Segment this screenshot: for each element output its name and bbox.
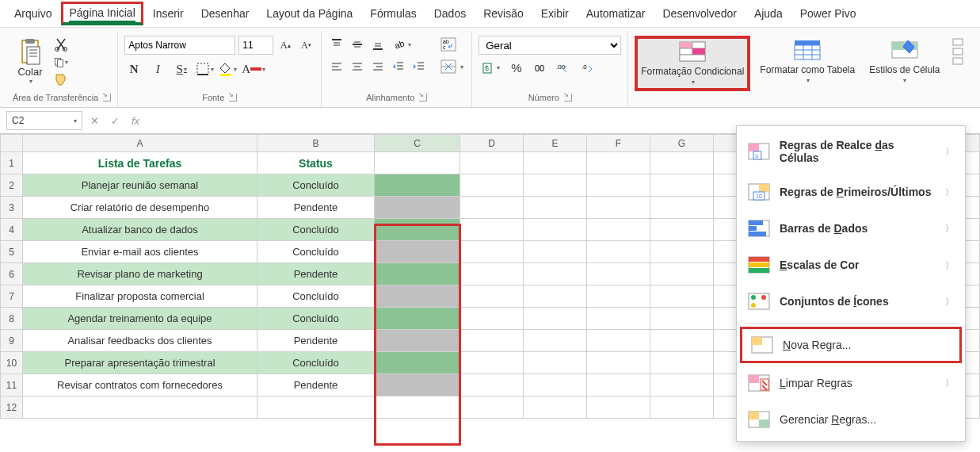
number-format-select[interactable]: Geral [479,36,621,55]
italic-button[interactable]: I [148,59,167,79]
menubar-item-pagina-inicial[interactable]: Página Inicial [61,2,143,25]
menubar-item-dados[interactable]: Dados [426,2,474,25]
row-header-7[interactable]: 7 [1,285,23,308]
cell-c11[interactable] [375,374,460,396]
row-header-10[interactable]: 10 [1,352,23,374]
decrease-font-button[interactable]: A▾ [297,36,315,54]
comma-format-button[interactable]: 000 [530,61,547,75]
row-header-1[interactable]: 1 [1,152,23,174]
cell-a6[interactable]: Revisar plano de marketing [23,263,257,285]
number-dialog-launcher[interactable] [564,94,572,102]
col-header-a[interactable]: A [23,135,257,152]
align-middle-button[interactable] [349,36,366,53]
col-header-g[interactable]: G [650,135,714,152]
clipboard-dialog-launcher[interactable] [103,94,111,102]
cell-b8[interactable]: Concluído [257,308,375,330]
cell-b10[interactable]: Concluído [257,352,375,374]
increase-indent-button[interactable] [410,58,428,75]
align-right-button[interactable] [369,58,387,75]
font-color-button[interactable]: A▾ [242,63,265,76]
wrap-text-button[interactable]: abc [439,36,465,53]
cell-c2[interactable] [375,174,460,197]
bold-button[interactable]: N [124,59,143,79]
menubar-item-exibir[interactable]: Exibir [533,2,577,25]
col-header-e[interactable]: E [524,135,587,152]
menubar-item-powerpivot[interactable]: Power Pivo [792,2,864,25]
border-button[interactable]: ▾ [196,62,214,76]
font-name-select[interactable] [124,36,235,55]
cell-b4[interactable]: Concluído [257,219,375,241]
col-header-c[interactable]: C [375,135,460,152]
cell-b11[interactable]: Pendente [257,374,375,396]
cell-b9[interactable]: Pendente [257,330,375,352]
name-box[interactable]: C2▾ [6,111,82,130]
row-header-9[interactable]: 9 [1,330,23,352]
cell-c5[interactable] [375,241,460,263]
decrease-decimal-button[interactable]: .0 [578,61,598,75]
cell-b1[interactable]: Status [257,152,375,174]
row-header-4[interactable]: 4 [1,219,23,241]
align-top-button[interactable] [328,36,345,53]
copy-button[interactable]: ▾ [54,55,68,69]
cell-a5[interactable]: Enviar e-mail aos clientes [23,241,257,263]
align-center-button[interactable] [349,58,366,75]
decrease-indent-button[interactable] [390,58,407,75]
row-header-2[interactable]: 2 [1,174,23,197]
menu-item-limpar-regras[interactable]: Limpar Regras 〉 [737,365,965,401]
format-as-table-button[interactable]: Formatar como Tabela▾ [755,36,860,88]
row-header-8[interactable]: 8 [1,308,23,330]
row-header-11[interactable]: 11 [1,374,23,396]
menubar-item-desenvolvedor[interactable]: Desenvolvedor [654,2,744,25]
conditional-formatting-button[interactable]: Formatação Condicional▾ [635,36,750,91]
cell-a11[interactable]: Revisar contratos com fornecedores [23,374,257,396]
cell-styles-button[interactable]: Estilos de Célula▾ [864,36,944,88]
enter-formula-button[interactable]: ✓ [106,112,124,129]
cell-a9[interactable]: Analisar feedbacks dos clientes [23,330,257,352]
cell-b3[interactable]: Pendente [257,197,375,219]
cell-a3[interactable]: Criar relatório de desempenho [23,197,257,219]
menubar-item-formulas[interactable]: Fórmulas [362,2,424,25]
col-header-b[interactable]: B [257,135,375,152]
cell-b2[interactable]: Concluído [257,174,375,197]
menubar-item-revisao[interactable]: Revisão [475,2,532,25]
menubar-item-layout[interactable]: Layout da Página [258,2,360,25]
cell-b7[interactable]: Concluído [257,285,375,308]
cell-c9[interactable] [375,330,460,352]
orientation-button[interactable]: ab▾ [390,36,414,53]
percent-format-button[interactable]: % [508,59,524,76]
underline-button[interactable]: S ▾ [172,59,191,79]
merge-center-button[interactable]: ▾ [439,58,465,75]
cell-c10[interactable] [375,352,460,374]
format-painter-button[interactable] [54,72,68,86]
cut-button[interactable] [54,37,68,52]
menu-item-conjuntos-de-cones[interactable]: Conjuntos de Ícones 〉 [737,283,965,320]
menubar-item-inserir[interactable]: Inserir [145,2,192,25]
menu-item-barras-de-dados[interactable]: Barras de Dados 〉 [737,210,965,247]
row-header-5[interactable]: 5 [1,241,23,263]
cancel-formula-button[interactable]: ✕ [86,112,103,129]
col-header-f[interactable]: F [587,135,650,152]
cell-c3[interactable] [375,197,460,219]
cell-c4[interactable] [375,219,460,241]
cell-b6[interactable]: Pendente [257,263,375,285]
menu-item-nova-regra-[interactable]: Nova Regra... [740,327,962,363]
menubar-item-ajuda[interactable]: Ajuda [746,2,791,25]
increase-decimal-button[interactable]: .00 [552,61,573,75]
cell-a8[interactable]: Agendar treinamento da equipe [23,308,257,330]
cell-b5[interactable]: Concluído [257,241,375,263]
font-dialog-launcher[interactable] [229,94,237,102]
fill-color-button[interactable]: ▾ [219,62,237,76]
row-header-3[interactable]: 3 [1,197,23,219]
menu-item-regras-de-primeiros-ltimos[interactable]: 10 Regras de Primeiros/Últimos 〉 [737,174,965,210]
row-header-12[interactable]: 12 [1,396,23,419]
cell-c7[interactable] [375,285,460,308]
paste-button[interactable]: Colar ▾ [13,36,48,86]
cell-a1[interactable]: Lista de Tarefas [23,152,257,174]
menubar-item-arquivo[interactable]: Arquivo [6,2,59,25]
increase-font-button[interactable]: A▴ [276,36,294,54]
cell-a4[interactable]: Atualizar banco de dados [23,219,257,241]
align-bottom-button[interactable] [369,36,387,53]
cell-a7[interactable]: Finalizar proposta comercial [23,285,257,308]
menu-item-gerenciar-regras-[interactable]: Gerenciar Regras... [737,401,965,419]
insert-function-button[interactable]: fx [127,112,144,129]
